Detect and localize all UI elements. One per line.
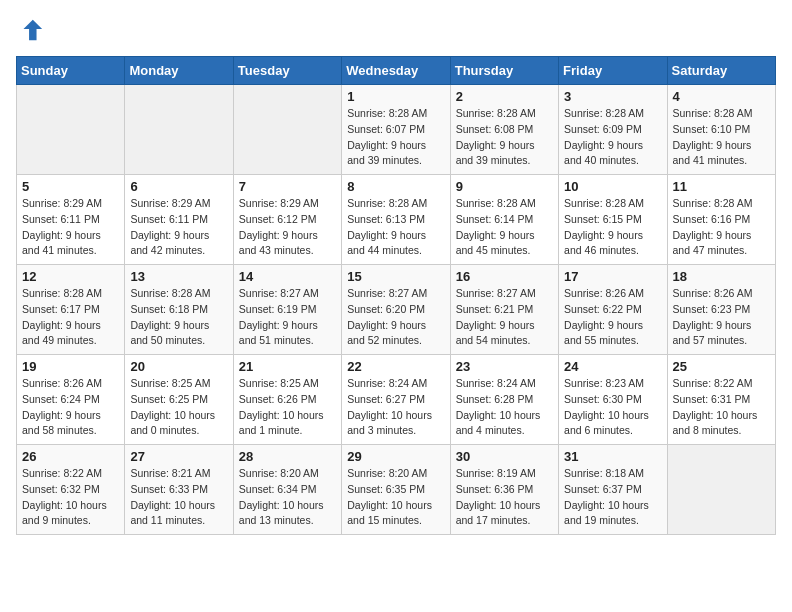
calendar-cell: 6Sunrise: 8:29 AM Sunset: 6:11 PM Daylig… [125,175,233,265]
day-info: Sunrise: 8:28 AM Sunset: 6:09 PM Dayligh… [564,106,661,169]
day-info: Sunrise: 8:23 AM Sunset: 6:30 PM Dayligh… [564,376,661,439]
week-row-3: 12Sunrise: 8:28 AM Sunset: 6:17 PM Dayli… [17,265,776,355]
header-sunday: Sunday [17,57,125,85]
day-number: 19 [22,359,119,374]
calendar-cell: 7Sunrise: 8:29 AM Sunset: 6:12 PM Daylig… [233,175,341,265]
day-info: Sunrise: 8:20 AM Sunset: 6:35 PM Dayligh… [347,466,444,529]
calendar-cell: 31Sunrise: 8:18 AM Sunset: 6:37 PM Dayli… [559,445,667,535]
logo-icon [16,16,44,44]
logo [16,16,46,44]
header-tuesday: Tuesday [233,57,341,85]
calendar-cell: 21Sunrise: 8:25 AM Sunset: 6:26 PM Dayli… [233,355,341,445]
header-friday: Friday [559,57,667,85]
calendar-cell: 3Sunrise: 8:28 AM Sunset: 6:09 PM Daylig… [559,85,667,175]
day-info: Sunrise: 8:28 AM Sunset: 6:07 PM Dayligh… [347,106,444,169]
calendar-cell: 16Sunrise: 8:27 AM Sunset: 6:21 PM Dayli… [450,265,558,355]
day-number: 13 [130,269,227,284]
calendar-cell: 9Sunrise: 8:28 AM Sunset: 6:14 PM Daylig… [450,175,558,265]
day-number: 15 [347,269,444,284]
header-row: SundayMondayTuesdayWednesdayThursdayFrid… [17,57,776,85]
calendar-cell: 19Sunrise: 8:26 AM Sunset: 6:24 PM Dayli… [17,355,125,445]
day-info: Sunrise: 8:25 AM Sunset: 6:25 PM Dayligh… [130,376,227,439]
calendar-cell: 12Sunrise: 8:28 AM Sunset: 6:17 PM Dayli… [17,265,125,355]
day-number: 12 [22,269,119,284]
week-row-1: 1Sunrise: 8:28 AM Sunset: 6:07 PM Daylig… [17,85,776,175]
day-number: 14 [239,269,336,284]
day-info: Sunrise: 8:28 AM Sunset: 6:14 PM Dayligh… [456,196,553,259]
day-info: Sunrise: 8:29 AM Sunset: 6:11 PM Dayligh… [130,196,227,259]
calendar-cell [233,85,341,175]
day-info: Sunrise: 8:27 AM Sunset: 6:21 PM Dayligh… [456,286,553,349]
day-info: Sunrise: 8:18 AM Sunset: 6:37 PM Dayligh… [564,466,661,529]
calendar-cell: 20Sunrise: 8:25 AM Sunset: 6:25 PM Dayli… [125,355,233,445]
calendar-cell: 4Sunrise: 8:28 AM Sunset: 6:10 PM Daylig… [667,85,775,175]
day-info: Sunrise: 8:28 AM Sunset: 6:13 PM Dayligh… [347,196,444,259]
day-number: 5 [22,179,119,194]
day-number: 17 [564,269,661,284]
calendar-cell: 8Sunrise: 8:28 AM Sunset: 6:13 PM Daylig… [342,175,450,265]
calendar-cell: 14Sunrise: 8:27 AM Sunset: 6:19 PM Dayli… [233,265,341,355]
day-number: 25 [673,359,770,374]
day-info: Sunrise: 8:28 AM Sunset: 6:17 PM Dayligh… [22,286,119,349]
day-info: Sunrise: 8:26 AM Sunset: 6:23 PM Dayligh… [673,286,770,349]
day-info: Sunrise: 8:26 AM Sunset: 6:24 PM Dayligh… [22,376,119,439]
calendar-cell: 25Sunrise: 8:22 AM Sunset: 6:31 PM Dayli… [667,355,775,445]
calendar-body: 1Sunrise: 8:28 AM Sunset: 6:07 PM Daylig… [17,85,776,535]
day-number: 31 [564,449,661,464]
day-number: 30 [456,449,553,464]
calendar-cell: 2Sunrise: 8:28 AM Sunset: 6:08 PM Daylig… [450,85,558,175]
day-number: 9 [456,179,553,194]
calendar-cell: 1Sunrise: 8:28 AM Sunset: 6:07 PM Daylig… [342,85,450,175]
calendar-cell: 24Sunrise: 8:23 AM Sunset: 6:30 PM Dayli… [559,355,667,445]
day-number: 16 [456,269,553,284]
header-monday: Monday [125,57,233,85]
calendar-cell: 22Sunrise: 8:24 AM Sunset: 6:27 PM Dayli… [342,355,450,445]
day-number: 28 [239,449,336,464]
day-number: 24 [564,359,661,374]
week-row-2: 5Sunrise: 8:29 AM Sunset: 6:11 PM Daylig… [17,175,776,265]
calendar-cell: 28Sunrise: 8:20 AM Sunset: 6:34 PM Dayli… [233,445,341,535]
day-info: Sunrise: 8:22 AM Sunset: 6:32 PM Dayligh… [22,466,119,529]
day-number: 7 [239,179,336,194]
day-info: Sunrise: 8:24 AM Sunset: 6:27 PM Dayligh… [347,376,444,439]
day-info: Sunrise: 8:21 AM Sunset: 6:33 PM Dayligh… [130,466,227,529]
page-header [16,16,776,44]
day-info: Sunrise: 8:26 AM Sunset: 6:22 PM Dayligh… [564,286,661,349]
day-info: Sunrise: 8:28 AM Sunset: 6:15 PM Dayligh… [564,196,661,259]
day-info: Sunrise: 8:27 AM Sunset: 6:19 PM Dayligh… [239,286,336,349]
day-number: 1 [347,89,444,104]
day-number: 21 [239,359,336,374]
day-number: 20 [130,359,227,374]
calendar-cell: 23Sunrise: 8:24 AM Sunset: 6:28 PM Dayli… [450,355,558,445]
day-number: 29 [347,449,444,464]
calendar-cell: 15Sunrise: 8:27 AM Sunset: 6:20 PM Dayli… [342,265,450,355]
calendar-table: SundayMondayTuesdayWednesdayThursdayFrid… [16,56,776,535]
day-number: 10 [564,179,661,194]
header-saturday: Saturday [667,57,775,85]
day-number: 18 [673,269,770,284]
calendar-cell: 10Sunrise: 8:28 AM Sunset: 6:15 PM Dayli… [559,175,667,265]
day-number: 26 [22,449,119,464]
day-info: Sunrise: 8:25 AM Sunset: 6:26 PM Dayligh… [239,376,336,439]
day-number: 23 [456,359,553,374]
day-number: 4 [673,89,770,104]
day-info: Sunrise: 8:28 AM Sunset: 6:10 PM Dayligh… [673,106,770,169]
day-info: Sunrise: 8:29 AM Sunset: 6:12 PM Dayligh… [239,196,336,259]
week-row-4: 19Sunrise: 8:26 AM Sunset: 6:24 PM Dayli… [17,355,776,445]
day-number: 6 [130,179,227,194]
day-info: Sunrise: 8:29 AM Sunset: 6:11 PM Dayligh… [22,196,119,259]
header-wednesday: Wednesday [342,57,450,85]
calendar-cell: 18Sunrise: 8:26 AM Sunset: 6:23 PM Dayli… [667,265,775,355]
calendar-cell: 5Sunrise: 8:29 AM Sunset: 6:11 PM Daylig… [17,175,125,265]
week-row-5: 26Sunrise: 8:22 AM Sunset: 6:32 PM Dayli… [17,445,776,535]
day-info: Sunrise: 8:28 AM Sunset: 6:08 PM Dayligh… [456,106,553,169]
day-info: Sunrise: 8:20 AM Sunset: 6:34 PM Dayligh… [239,466,336,529]
calendar-cell [125,85,233,175]
day-info: Sunrise: 8:28 AM Sunset: 6:16 PM Dayligh… [673,196,770,259]
day-info: Sunrise: 8:19 AM Sunset: 6:36 PM Dayligh… [456,466,553,529]
calendar-header: SundayMondayTuesdayWednesdayThursdayFrid… [17,57,776,85]
header-thursday: Thursday [450,57,558,85]
day-info: Sunrise: 8:28 AM Sunset: 6:18 PM Dayligh… [130,286,227,349]
calendar-cell: 13Sunrise: 8:28 AM Sunset: 6:18 PM Dayli… [125,265,233,355]
day-number: 11 [673,179,770,194]
